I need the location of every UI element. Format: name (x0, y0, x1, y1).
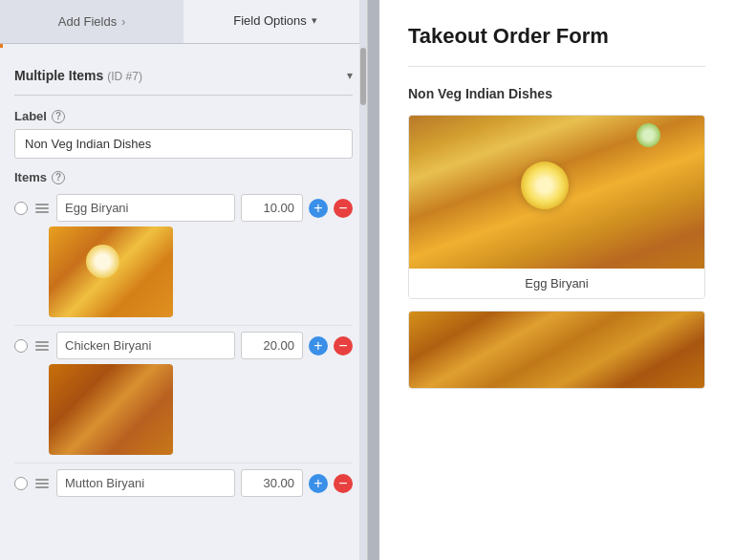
tab-field-options[interactable]: Field Options ▾ (184, 0, 367, 43)
add-item-button-3[interactable]: + (309, 474, 328, 493)
item-radio-1[interactable] (14, 202, 28, 215)
remove-item-button-1[interactable]: − (334, 199, 353, 218)
field-header: Multiple Items (ID #7) ▾ (14, 58, 353, 96)
item-radio-2[interactable] (14, 339, 28, 353)
tab-add-fields-label: Add Fields (58, 14, 117, 29)
form-title: Takeout Order Form (408, 24, 705, 49)
item-name-input-1[interactable] (56, 194, 235, 222)
title-divider (408, 66, 705, 67)
remove-item-button-3[interactable]: − (334, 474, 353, 493)
label-input[interactable] (14, 129, 353, 159)
preview-list-item: Egg Biryani (408, 115, 705, 299)
panel-content: Multiple Items (ID #7) ▾ Label ? Items ? (0, 44, 367, 560)
label-row: Label ? (14, 109, 353, 123)
item-controls-1: + − (14, 194, 353, 222)
item-separator-1 (14, 325, 353, 326)
egg-biryani-thumbnail (49, 226, 173, 317)
item-controls-2: + − (14, 332, 353, 359)
label-section: Label ? (14, 109, 353, 159)
tab-add-fields[interactable]: Add Fields › (0, 0, 184, 43)
field-title: Multiple Items (ID #7) (14, 68, 142, 83)
item-name-input-2[interactable] (56, 332, 235, 359)
preview-image-egg-biryani (409, 116, 704, 269)
item-name-input-3[interactable] (56, 469, 235, 497)
item-image-1 (49, 226, 173, 317)
preview-list-item (408, 311, 705, 389)
list-item: + − (14, 332, 353, 455)
tab-field-options-label: Field Options (233, 13, 307, 28)
label-help-icon[interactable]: ? (52, 110, 65, 123)
left-panel: Add Fields › Field Options ▾ Multiple It… (0, 0, 368, 560)
items-section: Items ? + − (14, 170, 353, 497)
item-price-input-3[interactable] (241, 469, 303, 497)
preview-section-label: Non Veg Indian Dishes (408, 86, 705, 101)
right-panel: Takeout Order Form Non Veg Indian Dishes… (379, 0, 734, 560)
drag-handle-1[interactable] (33, 202, 51, 215)
item-controls-3: + − (14, 469, 353, 497)
add-fields-arrow-icon: › (121, 15, 125, 29)
preview-image-chicken-biryani (409, 312, 704, 388)
item-separator-2 (14, 463, 353, 463)
items-label: Items (14, 170, 47, 184)
remove-item-button-2[interactable]: − (334, 336, 353, 355)
scroll-thumb (360, 48, 366, 105)
list-item: + − (14, 194, 353, 317)
field-options-chevron-icon: ▾ (312, 14, 317, 27)
item-radio-3[interactable] (14, 477, 28, 490)
drag-handle-2[interactable] (33, 339, 51, 353)
items-label-row: Items ? (14, 170, 353, 184)
item-image-2 (49, 364, 173, 455)
scrollbar[interactable] (359, 0, 367, 560)
drag-handle-3[interactable] (33, 477, 51, 490)
tabs-bar: Add Fields › Field Options ▾ (0, 0, 367, 44)
egg-biryani-preview-thumbnail (409, 116, 704, 269)
chicken-biryani-thumbnail (49, 364, 173, 455)
items-help-icon[interactable]: ? (52, 171, 65, 184)
preview-item-name-1: Egg Biryani (409, 269, 704, 298)
item-price-input-2[interactable] (241, 332, 303, 359)
add-item-button-1[interactable]: + (309, 199, 328, 218)
field-collapse-icon[interactable]: ▾ (347, 69, 353, 82)
field-id: (ID #7) (107, 70, 142, 83)
panel-divider (368, 0, 379, 560)
chicken-biryani-preview-thumbnail (409, 312, 704, 388)
item-price-input-1[interactable] (241, 194, 303, 222)
label-field-label: Label (14, 109, 47, 123)
list-item: + − (14, 469, 353, 497)
add-item-button-2[interactable]: + (309, 336, 328, 355)
